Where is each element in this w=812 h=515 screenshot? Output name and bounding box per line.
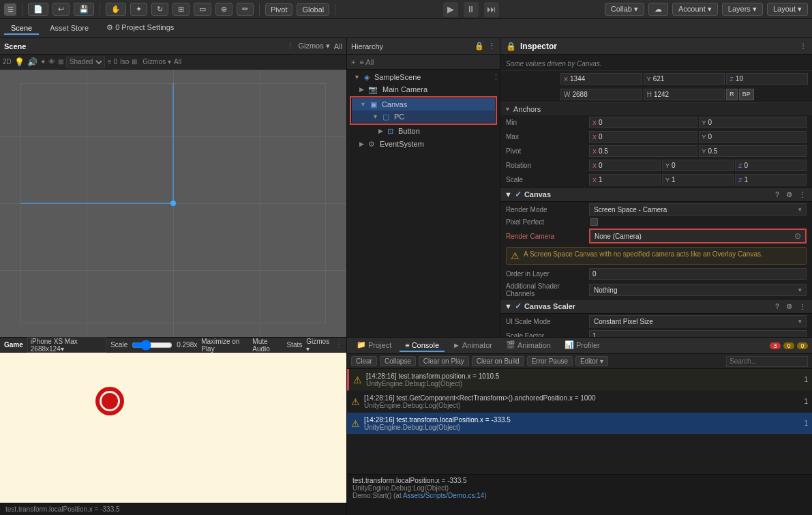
scene-tab[interactable]: Scene	[4, 23, 39, 35]
play-btn[interactable]: ▶	[443, 2, 458, 17]
project-settings-tab[interactable]: ⚙ 0 Project Settings	[100, 22, 181, 35]
height-field[interactable]: H 1242	[644, 89, 725, 100]
clear-on-build-btn[interactable]: Clear on Build	[472, 356, 524, 366]
scale-z[interactable]: Z 1	[735, 174, 807, 186]
move-tool-btn[interactable]: ✦	[130, 3, 147, 16]
lighting-icon[interactable]: 💡	[14, 57, 25, 67]
maximize-btn[interactable]: Maximize on Play	[201, 338, 248, 353]
hidden-icon[interactable]: 👁	[48, 58, 55, 65]
canvas-menu-btn[interactable]: ⋮	[797, 190, 808, 199]
editor-btn[interactable]: Editor ▾	[575, 356, 608, 366]
canvas-settings-btn[interactable]: ⚙	[784, 190, 794, 199]
scene-panel-menu[interactable]: ⋮	[286, 42, 294, 50]
hand-tool-btn[interactable]: ✋	[106, 3, 126, 16]
order-field[interactable]: 0	[589, 268, 807, 280]
hierarchy-item-eventsystem[interactable]: ▶ ⚙ EventSystem	[347, 138, 500, 150]
game-menu-btn[interactable]: ⋮	[335, 341, 342, 349]
custom-tool-btn[interactable]: ✏	[237, 3, 254, 16]
scene-filter[interactable]: ≡ 0	[108, 58, 117, 65]
scale-x[interactable]: X 1	[589, 174, 661, 186]
scale-y[interactable]: Y 1	[662, 174, 734, 186]
anchor-max-y[interactable]: Y 0	[699, 131, 807, 143]
hierarchy-item-maincamera[interactable]: ▶ 📷 Main Camera	[347, 83, 500, 95]
open-file-btn[interactable]: ↩	[52, 3, 70, 16]
log-entry-2[interactable]: ⚠ [14:28:16] test.GetComponent<RectTrans…	[347, 391, 812, 413]
anchor-min-x[interactable]: X 0	[589, 117, 697, 128]
game-tab-label[interactable]: Game	[4, 341, 23, 349]
width-field[interactable]: W 2688	[560, 89, 642, 100]
anchor-max-x[interactable]: X 0	[589, 131, 697, 143]
pixel-perfect-checkbox[interactable]	[590, 218, 598, 226]
bp-btn[interactable]: BP	[739, 89, 754, 100]
scaler-menu-btn[interactable]: ⋮	[797, 302, 808, 311]
all-btn[interactable]: All	[334, 42, 342, 50]
audio-icon[interactable]: 🔊	[27, 57, 37, 67]
vfx-btn[interactable]: ✦	[40, 58, 46, 65]
pause-btn[interactable]: ⏸	[464, 2, 479, 17]
canvas-expand-arrow[interactable]: ▼	[505, 190, 512, 198]
device-select[interactable]: iPhone XS Max 2688x124▾	[27, 336, 106, 354]
more-scene-btn[interactable]: ⊞	[132, 58, 137, 65]
rot-x[interactable]: X 0	[589, 160, 661, 171]
canvas-help-btn[interactable]: ?	[773, 190, 781, 199]
hierarchy-add-btn[interactable]: +	[351, 58, 355, 66]
hierarchy-lock[interactable]: 🔒	[475, 42, 484, 50]
gizmos-game-btn[interactable]: Gizmos ▾	[306, 338, 331, 353]
global-btn[interactable]: Global	[297, 3, 329, 16]
scale-factor-field[interactable]: 1	[589, 330, 807, 337]
mute-btn[interactable]: Mute Audio	[252, 338, 282, 353]
shader-channels-dropdown[interactable]: Nothing ▾	[589, 284, 807, 296]
hierarchy-options[interactable]: ⋮	[492, 73, 500, 82]
grid-icon[interactable]: ⊞	[58, 58, 63, 65]
ui-scale-dropdown[interactable]: Constant Pixel Size ▾	[589, 315, 807, 327]
hierarchy-item-samplescene[interactable]: ▼ ◈ SampleScene ⋮	[347, 71, 500, 83]
layers-btn[interactable]: Layers ▾	[722, 3, 763, 16]
scene-view-mode-select[interactable]: Shaded	[66, 57, 105, 68]
console-search-input[interactable]	[726, 356, 808, 367]
clear-btn[interactable]: Clear	[351, 356, 377, 366]
hierarchy-item-button[interactable]: ▶ ⊡ Button	[350, 125, 497, 137]
log-entry-1[interactable]: ⚠ [14:28:16] test.transform.position.x =…	[347, 369, 812, 391]
transform-tool-btn[interactable]: ⊕	[215, 3, 232, 16]
posz-field[interactable]: Z 10	[726, 73, 808, 85]
render-mode-dropdown[interactable]: Screen Space - Camera ▾	[589, 203, 807, 216]
pivot-btn[interactable]: Pivot	[265, 3, 292, 16]
animation-tab[interactable]: 🎬 Animation	[500, 339, 556, 352]
scene-tab-label[interactable]: Scene	[4, 42, 26, 50]
hierarchy-search[interactable]: ≡ All	[359, 58, 496, 66]
2d-btn[interactable]: 2D	[3, 58, 12, 65]
error-pause-btn[interactable]: Error Pause	[527, 356, 573, 366]
posx-field[interactable]: X 1344	[560, 73, 642, 85]
anchor-min-y[interactable]: Y 0	[699, 117, 807, 128]
console-tab[interactable]: ≡ Console	[400, 340, 445, 352]
profiler-tab[interactable]: 📊 Profiler	[559, 339, 605, 352]
new-file-btn[interactable]: 📄	[28, 3, 48, 16]
save-btn[interactable]: 💾	[74, 3, 94, 16]
scaler-expand-arrow[interactable]: ▼	[505, 302, 512, 310]
account-btn[interactable]: Account ▾	[672, 3, 718, 16]
hierarchy-menu[interactable]: ⋮	[488, 42, 496, 50]
step-btn[interactable]: ⏭	[484, 2, 499, 17]
rot-z[interactable]: Z 0	[735, 160, 807, 171]
r-btn[interactable]: R	[726, 89, 738, 100]
project-tab[interactable]: 📁 Project	[351, 339, 397, 352]
render-camera-field[interactable]: None (Camera) ⊙	[589, 229, 807, 244]
animator-tab[interactable]: ► Animator	[447, 340, 498, 352]
game-red-button[interactable]	[95, 387, 124, 415]
inspector-lock-icon[interactable]: 🔒	[506, 42, 516, 51]
hierarchy-item-canvas[interactable]: ▼ ▣ Canvas	[352, 98, 495, 111]
pivot-y[interactable]: Y 0.5	[699, 145, 807, 157]
asset-store-tab[interactable]: Asset Store	[43, 23, 95, 35]
hierarchy-item-pc[interactable]: ▼ ▢ PC	[352, 111, 495, 123]
scale-slider[interactable]	[132, 340, 172, 351]
pivot-x[interactable]: X 0.5	[589, 145, 697, 157]
inspector-more-btn[interactable]: ⋮	[800, 42, 807, 50]
gizmos-btn[interactable]: Gizmos ▾	[298, 42, 329, 50]
collab-btn[interactable]: Collab ▾	[605, 3, 644, 16]
scaler-settings-btn[interactable]: ⚙	[784, 302, 794, 311]
anchors-section[interactable]: ▼ Anchors	[500, 102, 812, 115]
rot-y[interactable]: Y 0	[662, 160, 734, 171]
clear-on-play-btn[interactable]: Clear on Play	[419, 356, 469, 366]
cloud-btn[interactable]: ☁	[648, 3, 668, 16]
scale-tool-btn[interactable]: ⊞	[172, 3, 190, 16]
